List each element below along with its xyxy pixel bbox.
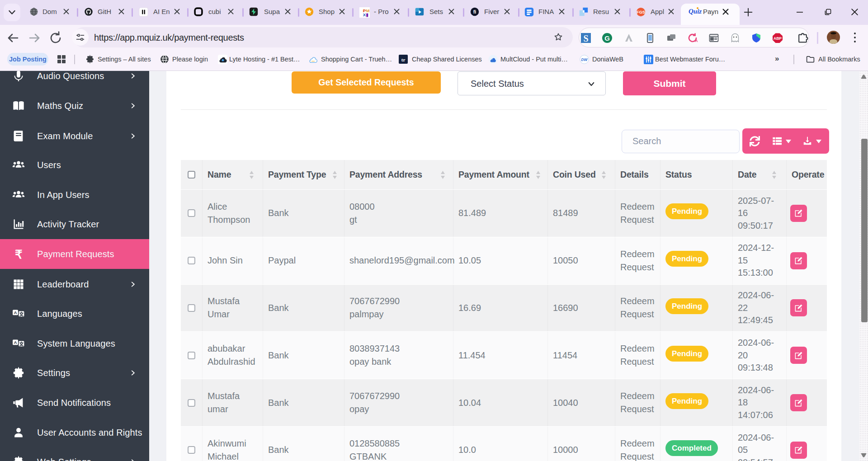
svg-text:ABP: ABP (774, 36, 782, 41)
svg-text:A: A (695, 38, 698, 43)
svg-text:A: A (14, 340, 17, 345)
svg-text:tr: tr (401, 57, 406, 62)
svg-text:G: G (604, 34, 610, 42)
svg-text:▮: ▮ (366, 12, 368, 17)
svg-text:DW: DW (581, 57, 588, 62)
svg-text:fi: fi (473, 9, 476, 14)
svg-text:S: S (583, 33, 588, 43)
svg-text:A: A (14, 310, 17, 315)
svg-text:FGS: FGS (637, 10, 645, 14)
